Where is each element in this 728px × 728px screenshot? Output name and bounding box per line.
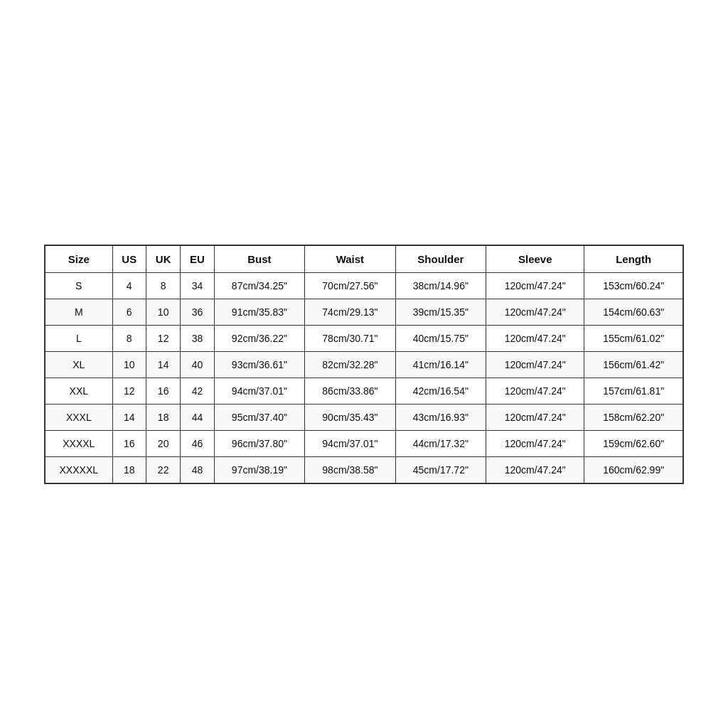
table-cell: 10 — [112, 351, 146, 378]
table-cell: 87cm/34.25" — [214, 272, 304, 299]
table-cell: 8 — [146, 272, 180, 299]
table-cell: 22 — [146, 456, 180, 483]
column-header-uk: UK — [146, 245, 180, 273]
table-cell: 86cm/33.86" — [305, 378, 395, 404]
table-row: XXXL14184495cm/37.40"90cm/35.43"43cm/16.… — [45, 404, 683, 430]
table-cell: 82cm/32.28" — [305, 351, 395, 378]
table-cell: 43cm/16.93" — [395, 404, 486, 430]
table-cell: XXXXL — [45, 430, 112, 456]
table-cell: 8 — [112, 325, 146, 351]
column-header-eu: EU — [181, 245, 214, 273]
column-header-waist: Waist — [305, 245, 395, 273]
table-cell: 98cm/38.58" — [305, 456, 395, 483]
table-cell: XXXL — [45, 404, 112, 430]
table-cell: 10 — [146, 299, 180, 325]
table-cell: 155cm/61.02" — [584, 325, 683, 351]
table-cell: 20 — [146, 430, 180, 456]
table-cell: 120cm/47.24" — [486, 430, 584, 456]
table-row: M6103691cm/35.83"74cm/29.13"39cm/15.35"1… — [45, 299, 683, 325]
table-cell: 39cm/15.35" — [395, 299, 486, 325]
table-cell: 6 — [112, 299, 146, 325]
table-cell: 120cm/47.24" — [486, 272, 584, 299]
table-cell: 42cm/16.54" — [395, 378, 486, 404]
table-cell: 93cm/36.61" — [214, 351, 304, 378]
table-cell: 157cm/61.81" — [584, 378, 683, 404]
table-row: L8123892cm/36.22"78cm/30.71"40cm/15.75"1… — [45, 325, 683, 351]
table-cell: 48 — [181, 456, 214, 483]
table-cell: 41cm/16.14" — [395, 351, 486, 378]
table-cell: 74cm/29.13" — [305, 299, 395, 325]
table-cell: 160cm/62.99" — [584, 456, 683, 483]
column-header-us: US — [112, 245, 146, 273]
table-cell: 38cm/14.96" — [395, 272, 486, 299]
table-row: XXXXXL18224897cm/38.19"98cm/38.58"45cm/1… — [45, 456, 683, 483]
table-cell: XL — [45, 351, 112, 378]
table-cell: 40 — [181, 351, 214, 378]
table-cell: 4 — [112, 272, 146, 299]
table-cell: 120cm/47.24" — [486, 299, 584, 325]
table-cell: 90cm/35.43" — [305, 404, 395, 430]
table-cell: 94cm/37.01" — [214, 378, 304, 404]
table-cell: 14 — [112, 404, 146, 430]
table-cell: 153cm/60.24" — [584, 272, 683, 299]
table-row: XXL12164294cm/37.01"86cm/33.86"42cm/16.5… — [45, 378, 683, 404]
column-header-length: Length — [584, 245, 683, 273]
column-header-sleeve: Sleeve — [486, 245, 584, 273]
table-row: S483487cm/34.25"70cm/27.56"38cm/14.96"12… — [45, 272, 683, 299]
table-cell: 94cm/37.01" — [305, 430, 395, 456]
table-row: XL10144093cm/36.61"82cm/32.28"41cm/16.14… — [45, 351, 683, 378]
table-cell: 42 — [181, 378, 214, 404]
table-cell: 12 — [146, 325, 180, 351]
table-cell: 16 — [146, 378, 180, 404]
table-cell: XXL — [45, 378, 112, 404]
table-cell: 96cm/37.80" — [214, 430, 304, 456]
table-cell: 78cm/30.71" — [305, 325, 395, 351]
table-cell: 18 — [112, 456, 146, 483]
table-cell: 158cm/62.20" — [584, 404, 683, 430]
table-cell: 156cm/61.42" — [584, 351, 683, 378]
table-cell: 14 — [146, 351, 180, 378]
table-cell: L — [45, 325, 112, 351]
table-cell: XXXXXL — [45, 456, 112, 483]
size-chart-container: SizeUSUKEUBustWaistShoulderSleeveLength … — [44, 245, 684, 484]
table-cell: 120cm/47.24" — [486, 378, 584, 404]
table-cell: 120cm/47.24" — [486, 325, 584, 351]
table-cell: 38 — [181, 325, 214, 351]
table-cell: 120cm/47.24" — [486, 404, 584, 430]
size-chart-table: SizeUSUKEUBustWaistShoulderSleeveLength … — [44, 245, 684, 484]
table-cell: 12 — [112, 378, 146, 404]
table-cell: 120cm/47.24" — [486, 456, 584, 483]
table-cell: 91cm/35.83" — [214, 299, 304, 325]
table-cell: 16 — [112, 430, 146, 456]
table-cell: 70cm/27.56" — [305, 272, 395, 299]
table-cell: 97cm/38.19" — [214, 456, 304, 483]
table-cell: 36 — [181, 299, 214, 325]
table-cell: 159cm/62.60" — [584, 430, 683, 456]
table-cell: M — [45, 299, 112, 325]
table-cell: 95cm/37.40" — [214, 404, 304, 430]
table-cell: 120cm/47.24" — [486, 351, 584, 378]
column-header-shoulder: Shoulder — [395, 245, 486, 273]
column-header-size: Size — [45, 245, 112, 273]
table-row: XXXXL16204696cm/37.80"94cm/37.01"44cm/17… — [45, 430, 683, 456]
table-cell: 154cm/60.63" — [584, 299, 683, 325]
table-cell: 46 — [181, 430, 214, 456]
table-header-row: SizeUSUKEUBustWaistShoulderSleeveLength — [45, 245, 683, 273]
table-cell: 92cm/36.22" — [214, 325, 304, 351]
table-cell: 44cm/17.32" — [395, 430, 486, 456]
table-cell: 44 — [181, 404, 214, 430]
column-header-bust: Bust — [214, 245, 304, 273]
table-cell: 34 — [181, 272, 214, 299]
table-cell: 40cm/15.75" — [395, 325, 486, 351]
table-cell: S — [45, 272, 112, 299]
table-cell: 45cm/17.72" — [395, 456, 486, 483]
table-body: S483487cm/34.25"70cm/27.56"38cm/14.96"12… — [45, 272, 683, 483]
table-cell: 18 — [146, 404, 180, 430]
